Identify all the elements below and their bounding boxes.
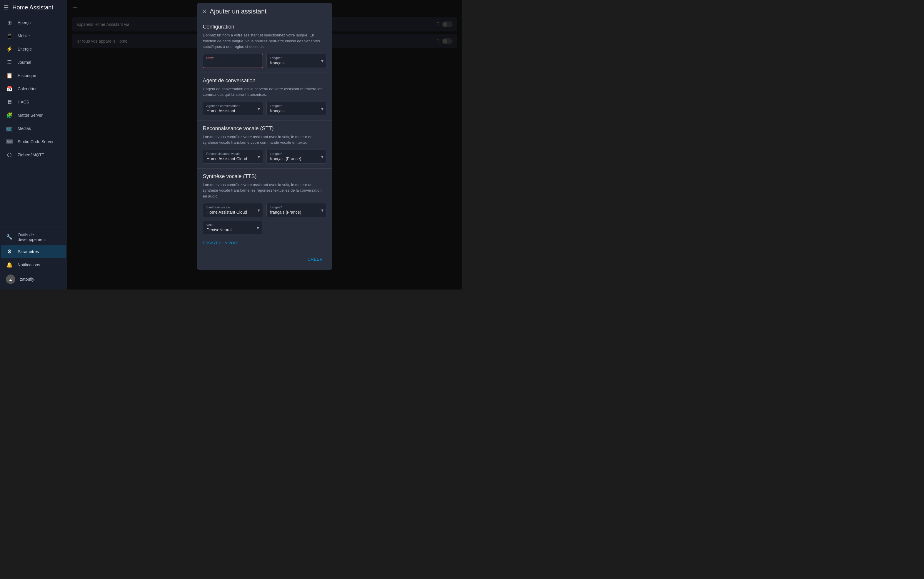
sidebar-item-energie[interactable]: ⚡Énergie — [1, 43, 66, 56]
agent-select[interactable]: Home Assistant — [203, 102, 263, 116]
section-stt-desc: Lorsque vous contrôlez votre assistant a… — [203, 134, 326, 146]
matter-server-icon: 🧩 — [6, 112, 13, 119]
sidebar-item-zigbee2mqtt[interactable]: ⬡Zigbee2MQTT — [1, 149, 66, 161]
section-configuration-title: Configuration — [203, 24, 326, 30]
section-agent: Agent de conversation L'agent de convers… — [197, 73, 332, 121]
add-assistant-modal: × Ajouter un assistant Configuration Don… — [197, 3, 332, 270]
sidebar-header: ☰ Home Assistant — [0, 0, 67, 15]
parametres-icon: ⚙ — [6, 248, 13, 255]
langue-select-stt[interactable]: français (France)english (US) — [267, 150, 326, 164]
sidebar-item-calendrier[interactable]: 📅Calendrier — [1, 82, 66, 95]
medias-icon: 📺 — [6, 125, 13, 132]
section-tts-desc: Lorsque vous contrôlez votre assistant a… — [203, 182, 326, 199]
sidebar-item-label: Outils de développement — [18, 232, 61, 242]
sidebar-item-matter-server[interactable]: 🧩Matter Server — [1, 109, 66, 122]
apercu-icon: ⊞ — [6, 19, 13, 26]
section-stt: Reconnaissance vocale (STT) Lorsque vous… — [197, 121, 332, 168]
voix-field: Voix* DeniseNeural ▾ — [203, 221, 262, 235]
sidebar-item-label: HACS — [18, 100, 29, 104]
sidebar-item-label: Studio Code Server — [18, 139, 54, 144]
modal-footer: CRÉER — [197, 252, 332, 265]
sidebar-item-label: Calendrier — [18, 87, 37, 91]
studio-code-server-icon: ⌨ — [6, 138, 13, 145]
sidebar-item-label: Médias — [18, 126, 31, 131]
main-content: ← appareils Home Assistant via?ler tous … — [67, 0, 462, 290]
langue-select-tts[interactable]: français (France) — [267, 203, 326, 217]
sidebar-item-parametres[interactable]: ⚙Paramètres — [1, 245, 66, 258]
configuration-fields: Nom* Langue* françaisenglishdeutschespañ… — [203, 54, 326, 68]
hacs-icon: 🖥 — [6, 98, 13, 106]
sidebar-item-medias[interactable]: 📺Médias — [1, 122, 66, 135]
create-button[interactable]: CRÉER — [304, 255, 326, 264]
modal-overlay: × Ajouter un assistant Configuration Don… — [67, 0, 462, 290]
sidebar-item-label: Notifications — [18, 262, 40, 267]
stt-select[interactable]: Home Assistant Cloud — [203, 150, 263, 164]
calendrier-icon: 📅 — [6, 85, 13, 92]
langue-select-config[interactable]: françaisenglishdeutschespañol — [267, 54, 326, 68]
langue-field-agent: Langue* françaisenglish ▾ — [267, 102, 326, 116]
sidebar-item-label: Journal — [18, 60, 31, 65]
tts-fields-row1: Synthèse vocale Home Assistant Cloud ▾ L… — [203, 203, 326, 217]
sidebar-item-user[interactable]: Zzatoufly — [1, 272, 66, 287]
nom-field: Nom* — [203, 54, 263, 68]
sidebar-item-studio-code-server[interactable]: ⌨Studio Code Server — [1, 135, 66, 148]
nom-input[interactable] — [203, 54, 263, 68]
stt-fields: Reconnaissance vocale Home Assistant Clo… — [203, 150, 326, 164]
sidebar-item-label: Aperçu — [18, 20, 31, 25]
sidebar-bottom: 🔧Outils de développement⚙Paramètres🔔Noti… — [0, 227, 67, 290]
mobile-icon: 📱 — [6, 32, 13, 39]
sidebar-item-apercu[interactable]: ⊞Aperçu — [1, 16, 66, 29]
section-configuration: Configuration Donnez un nom à votre assi… — [197, 19, 332, 73]
langue-field-config: Langue* françaisenglishdeutschespañol ▾ — [267, 54, 326, 68]
agent-fields: Agent de conversation* Home Assistant ▾ … — [203, 102, 326, 116]
notifications-icon: 🔔 — [6, 261, 13, 268]
tts-select[interactable]: Home Assistant Cloud — [203, 203, 263, 217]
outils-developpement-icon: 🔧 — [6, 234, 13, 241]
historique-icon: 📋 — [6, 72, 13, 79]
sidebar-item-notifications[interactable]: 🔔Notifications — [1, 258, 66, 271]
agent-field: Agent de conversation* Home Assistant ▾ — [203, 102, 263, 116]
sidebar-nav: ⊞Aperçu📱Mobile⚡Énergie☰Journal📋Historiqu… — [0, 15, 67, 227]
sidebar-item-label: zatoufly — [20, 277, 34, 281]
section-tts-title: Synthèse vocale (TTS) — [203, 173, 326, 180]
section-tts: Synthèse vocale (TTS) Lorsque vous contr… — [197, 168, 332, 252]
langue-field-tts: Langue* français (France) ▾ — [267, 203, 326, 217]
essayez-voix-button[interactable]: ESSAYEZ LA VOIX — [203, 238, 238, 247]
journal-icon: ☰ — [6, 59, 13, 66]
tts-fields-row2: Voix* DeniseNeural ▾ — [203, 221, 326, 235]
section-agent-desc: L'agent de conversation est le cerveau d… — [203, 86, 326, 98]
sidebar-item-mobile[interactable]: 📱Mobile — [1, 29, 66, 43]
sidebar-item-label: Matter Server — [18, 113, 43, 118]
sidebar-item-label: Mobile — [18, 33, 30, 38]
sidebar-item-outils-developpement[interactable]: 🔧Outils de développement — [1, 229, 66, 245]
avatar: Z — [6, 275, 15, 284]
langue-select-agent[interactable]: françaisenglish — [267, 102, 326, 116]
sidebar-item-journal[interactable]: ☰Journal — [1, 56, 66, 69]
sidebar-item-historique[interactable]: 📋Historique — [1, 69, 66, 82]
modal-close-button[interactable]: × — [203, 8, 206, 15]
section-agent-title: Agent de conversation — [203, 78, 326, 84]
modal-title: Ajouter un assistant — [210, 8, 267, 15]
energie-icon: ⚡ — [6, 46, 13, 52]
tts-field: Synthèse vocale Home Assistant Cloud ▾ — [203, 203, 263, 217]
sidebar-item-hacs[interactable]: 🖥HACS — [1, 95, 66, 108]
sidebar-item-label: Historique — [18, 73, 36, 78]
sidebar: ☰ Home Assistant ⊞Aperçu📱Mobile⚡Énergie☰… — [0, 0, 67, 290]
modal-header: × Ajouter un assistant — [197, 3, 332, 19]
voix-select[interactable]: DeniseNeural — [203, 221, 262, 235]
zigbee2mqtt-icon: ⬡ — [6, 151, 13, 159]
sidebar-item-label: Zigbee2MQTT — [18, 152, 44, 157]
sidebar-item-label: Paramètres — [18, 249, 39, 254]
section-configuration-desc: Donnez un nom à votre assistant et sélec… — [203, 32, 326, 50]
menu-icon[interactable]: ☰ — [3, 4, 9, 11]
section-stt-title: Reconnaissance vocale (STT) — [203, 126, 326, 132]
stt-field: Reconnaissance vocale Home Assistant Clo… — [203, 150, 263, 164]
sidebar-item-label: Énergie — [18, 47, 32, 51]
langue-field-stt: Langue* français (France)english (US) ▾ — [267, 150, 326, 164]
app-title: Home Assistant — [12, 4, 53, 11]
